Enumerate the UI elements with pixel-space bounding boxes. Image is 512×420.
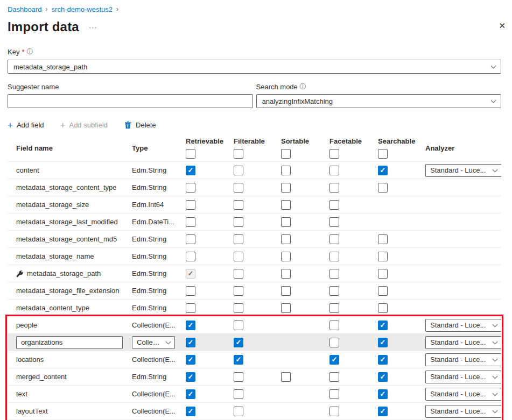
retrievable-checkbox[interactable] [186, 200, 195, 210]
analyzer-dropdown[interactable]: Standard - Luce... [425, 164, 501, 177]
facetable-checkbox[interactable] [329, 389, 339, 399]
retrievable-checkbox[interactable] [186, 321, 195, 330]
key-dropdown[interactable]: metadata_storage_path [8, 60, 501, 74]
facetable-checkbox[interactable] [329, 355, 339, 365]
retrievable-checkbox[interactable] [186, 252, 195, 261]
sortable-all-checkbox[interactable] [281, 149, 291, 159]
retrievable-checkbox[interactable] [186, 166, 195, 175]
filterable-checkbox[interactable] [234, 286, 243, 296]
filterable-checkbox[interactable] [234, 200, 243, 210]
sortable-checkbox[interactable] [281, 166, 291, 175]
sortable-checkbox[interactable] [281, 372, 291, 382]
table-row-metadata_storage_size[interactable]: metadata_storage_sizeEdm.Int64 [8, 196, 501, 213]
sortable-checkbox[interactable] [281, 200, 291, 210]
add-subfield-button[interactable]: + Add subfield [60, 120, 108, 130]
analyzer-dropdown[interactable]: Standard - Luce... [425, 371, 501, 383]
filterable-checkbox[interactable] [234, 338, 243, 347]
searchable-checkbox[interactable] [378, 372, 388, 382]
facetable-checkbox[interactable] [329, 407, 339, 416]
analyzer-dropdown[interactable]: Standard - Luce... [425, 353, 501, 366]
facetable-checkbox[interactable] [329, 303, 339, 313]
sortable-checkbox[interactable] [281, 269, 291, 279]
table-row-text[interactable]: textCollection(E...Standard - Luce... [8, 386, 501, 403]
table-row-metadata_storage_name[interactable]: metadata_storage_nameEdm.String [8, 248, 501, 265]
facetable-checkbox[interactable] [329, 252, 339, 261]
retrievable-checkbox[interactable] [186, 183, 195, 193]
filterable-all-checkbox[interactable] [234, 149, 243, 159]
facetable-checkbox[interactable] [329, 338, 339, 347]
filterable-checkbox[interactable] [234, 234, 243, 244]
sortable-checkbox[interactable] [281, 217, 291, 227]
searchable-checkbox[interactable] [378, 338, 388, 347]
analyzer-dropdown[interactable]: Standard - Luce... [425, 388, 501, 401]
sortable-checkbox[interactable] [281, 234, 291, 244]
retrievable-checkbox[interactable] [186, 372, 195, 382]
retrievable-checkbox[interactable] [186, 303, 195, 313]
searchable-checkbox[interactable] [378, 269, 388, 279]
facetable-checkbox[interactable] [329, 372, 339, 382]
search-mode-dropdown[interactable]: analyzingInfixMatching [256, 94, 502, 108]
delete-button[interactable]: Delete [124, 121, 156, 129]
retrievable-checkbox[interactable] [186, 389, 195, 399]
filterable-checkbox[interactable] [234, 217, 243, 227]
filterable-checkbox[interactable] [234, 183, 243, 193]
searchable-checkbox[interactable] [378, 389, 388, 399]
filterable-checkbox[interactable] [234, 269, 243, 279]
table-row-metadata_storage_file_extension[interactable]: metadata_storage_file_extensionEdm.Strin… [8, 282, 501, 300]
searchable-checkbox[interactable] [378, 166, 388, 175]
facetable-checkbox[interactable] [329, 183, 339, 193]
table-row-metadata_content_type[interactable]: metadata_content_typeEdm.String [8, 300, 501, 317]
table-row-metadata_storage_content_md5[interactable]: metadata_storage_content_md5Edm.String [8, 231, 501, 248]
facetable-checkbox[interactable] [329, 234, 339, 244]
searchable-checkbox[interactable] [378, 355, 388, 365]
more-menu-icon[interactable]: ··· [89, 23, 97, 31]
searchable-checkbox[interactable] [378, 303, 388, 313]
table-row-layoutText[interactable]: layoutTextCollection(E...Standard - Luce… [8, 403, 501, 420]
retrievable-checkbox[interactable] [186, 286, 195, 296]
facetable-checkbox[interactable] [329, 166, 339, 175]
analyzer-dropdown[interactable]: Standard - Luce... [425, 405, 501, 418]
searchable-checkbox[interactable] [378, 234, 388, 244]
table-row-content[interactable]: contentEdm.StringStandard - Luce... [8, 162, 501, 179]
facetable-checkbox[interactable] [329, 269, 339, 279]
filterable-checkbox[interactable] [234, 252, 243, 261]
filterable-checkbox[interactable] [234, 372, 243, 382]
filterable-checkbox[interactable] [234, 389, 243, 399]
analyzer-dropdown[interactable]: Standard - Luce... [425, 336, 501, 349]
facetable-checkbox[interactable] [329, 217, 339, 227]
field-name-input[interactable] [16, 336, 123, 349]
retrievable-all-checkbox[interactable] [186, 149, 195, 159]
close-icon[interactable]: ✕ [499, 22, 506, 30]
searchable-checkbox[interactable] [378, 286, 388, 296]
facetable-checkbox[interactable] [329, 286, 339, 296]
facetable-all-checkbox[interactable] [329, 149, 339, 159]
sortable-checkbox[interactable] [281, 286, 291, 296]
suggester-input[interactable] [8, 94, 253, 108]
retrievable-checkbox[interactable] [186, 407, 195, 416]
breadcrumb-dashboard[interactable]: Dashboard [8, 5, 42, 13]
searchable-checkbox[interactable] [378, 252, 388, 261]
table-row-metadata_storage_last_modified[interactable]: metadata_storage_last_modifiedEdm.DateTi… [8, 213, 501, 231]
filterable-checkbox[interactable] [234, 355, 243, 365]
sortable-checkbox[interactable] [281, 252, 291, 261]
sortable-checkbox[interactable] [281, 183, 291, 193]
searchable-checkbox[interactable] [378, 321, 388, 330]
breadcrumb-service[interactable]: srch-demo-westus2 [52, 5, 113, 13]
filterable-checkbox[interactable] [234, 407, 243, 416]
searchable-all-checkbox[interactable] [378, 149, 388, 159]
retrievable-checkbox[interactable] [186, 338, 195, 347]
table-row-metadata_storage_path[interactable]: metadata_storage_pathEdm.String [8, 265, 501, 282]
facetable-checkbox[interactable] [329, 200, 339, 210]
searchable-checkbox[interactable] [378, 407, 388, 416]
searchable-checkbox[interactable] [378, 183, 388, 193]
table-row-merged_content[interactable]: merged_contentEdm.StringStandard - Luce.… [8, 368, 501, 386]
filterable-checkbox[interactable] [234, 303, 243, 313]
table-row-people[interactable]: peopleCollection(E...Standard - Luce... [8, 317, 501, 334]
table-row-metadata_storage_content_type[interactable]: metadata_storage_content_typeEdm.String [8, 179, 501, 196]
filterable-checkbox[interactable] [234, 321, 243, 330]
add-field-button[interactable]: + Add field [8, 120, 44, 130]
type-dropdown[interactable]: Collectio... [132, 336, 175, 349]
retrievable-checkbox[interactable] [186, 234, 195, 244]
table-row-locations[interactable]: locationsCollection(E...Standard - Luce.… [8, 351, 501, 368]
table-row-organizations[interactable]: Collectio...Standard - Luce... [8, 334, 501, 351]
